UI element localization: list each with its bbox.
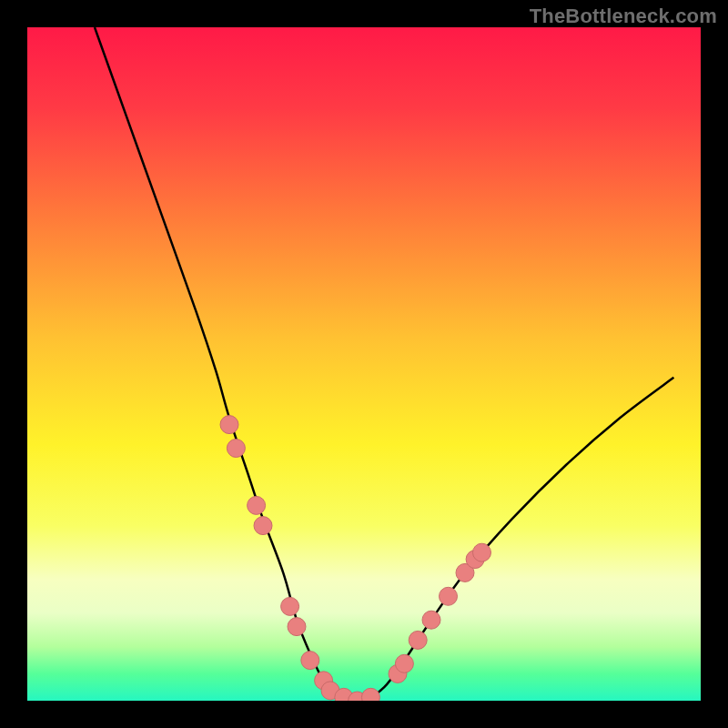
plot-area bbox=[27, 27, 701, 701]
data-marker bbox=[473, 543, 491, 561]
data-marker bbox=[422, 611, 440, 629]
data-marker bbox=[440, 587, 458, 605]
data-marker bbox=[395, 654, 413, 672]
data-marker bbox=[301, 652, 319, 670]
data-marker bbox=[288, 618, 306, 636]
bottleneck-chart bbox=[27, 27, 701, 701]
data-marker bbox=[281, 597, 299, 615]
data-marker bbox=[248, 496, 266, 514]
data-marker bbox=[227, 440, 245, 458]
data-marker bbox=[409, 631, 427, 649]
watermark-text: TheBottleneck.com bbox=[530, 5, 717, 28]
data-marker bbox=[254, 517, 272, 535]
data-marker bbox=[220, 416, 238, 434]
gradient-background bbox=[27, 27, 701, 701]
chart-frame: TheBottleneck.com bbox=[0, 0, 728, 728]
